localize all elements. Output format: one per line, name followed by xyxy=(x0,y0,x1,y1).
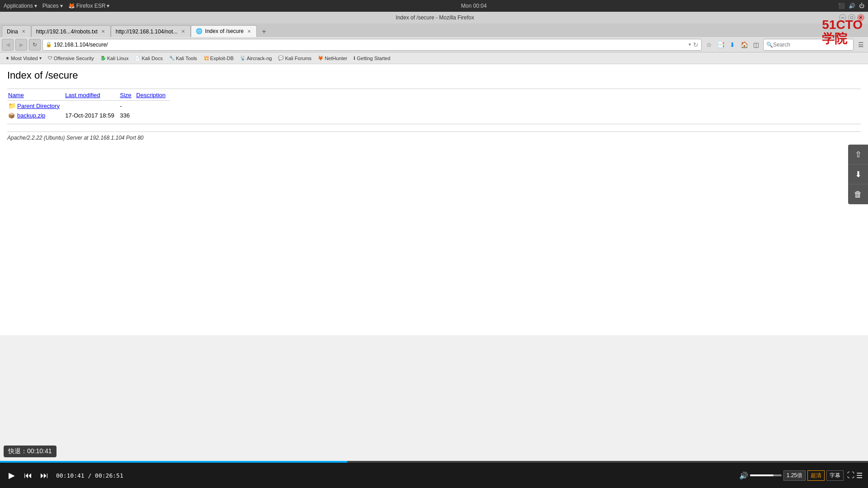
applications-label: Applications xyxy=(4,3,33,9)
bookmark-nethunter-label: NetHunter xyxy=(325,56,347,61)
reload-button[interactable]: ↻ xyxy=(29,39,41,51)
col-size-link[interactable]: Size xyxy=(120,92,131,99)
backup-zip-link[interactable]: backup.zip xyxy=(17,112,45,119)
tab-robots-close[interactable]: ✕ xyxy=(100,29,106,34)
new-tab-button[interactable]: + xyxy=(259,26,269,37)
volume-icon-player[interactable]: 🔊 xyxy=(739,471,748,480)
share-icon: ⇧ xyxy=(855,150,862,160)
forward-button[interactable]: ▶ xyxy=(15,39,27,51)
kali-linux-icon: 🐉 xyxy=(100,56,106,61)
network-icon: ⬛ xyxy=(838,3,845,9)
address-dropdown-icon[interactable]: ▾ xyxy=(689,42,691,47)
address-input[interactable] xyxy=(54,42,687,48)
volume-slider[interactable] xyxy=(750,474,782,476)
server-info: Apache/2.2.22 (Ubuntu) Server at 192.168… xyxy=(7,131,861,141)
bookmark-offensive-label: Offensive Security xyxy=(54,56,94,61)
system-bar-right: ⬛ 🔊 ⏻ xyxy=(838,3,864,9)
tab-not-close[interactable]: ✕ xyxy=(180,29,186,34)
bookmark-most-visited-label: Most Visited xyxy=(11,56,38,61)
parent-dir-desc xyxy=(135,101,170,111)
zip-file-icon: 📦 xyxy=(8,113,15,119)
kali-forums-icon: 💬 xyxy=(278,56,283,61)
firefox-label: Firefox ESR xyxy=(76,3,106,9)
bookmark-star-icon[interactable]: ☆ xyxy=(703,39,714,50)
refresh-icon[interactable]: ↻ xyxy=(693,41,698,48)
nav-bar: ◀ ▶ ↻ 🔒 ▾ ↻ ☆ 📑 ⬇ 🏠 ◫ 🔍 ☰ xyxy=(0,37,868,52)
quality-badge[interactable]: 超清 xyxy=(807,470,825,481)
home-icon[interactable]: 🏠 xyxy=(739,39,750,50)
col-description-link[interactable]: Description xyxy=(136,92,165,99)
bookmark-aircrack-label: Aircrack-ng xyxy=(247,56,272,61)
bookmark-list-icon[interactable]: 📑 xyxy=(715,39,726,50)
tab-not[interactable]: http://192.168.1.104/not... ✕ xyxy=(111,25,191,37)
tab-dina[interactable]: Dina ✕ xyxy=(2,25,31,37)
fast-forward-button[interactable]: ⏭ xyxy=(38,469,51,482)
bookmark-aircrack[interactable]: 📡 Aircrack-ng xyxy=(237,55,275,62)
tab-bar: Dina ✕ http://192.16...4/robots.txt ✕ ht… xyxy=(0,23,868,37)
bookmark-kali-tools[interactable]: 🔧 Kali Tools xyxy=(166,55,200,62)
bookmark-getting-started[interactable]: ℹ Getting Started xyxy=(351,55,393,62)
bookmark-kali-docs[interactable]: 📄 Kali Docs xyxy=(132,55,165,62)
delete-button[interactable]: 🗑 xyxy=(848,184,868,204)
bottom-divider xyxy=(7,124,861,124)
bookmark-offensive-security[interactable]: 🛡 Offensive Security xyxy=(45,55,97,62)
volume-fill xyxy=(750,474,774,476)
firefox-esr-menu[interactable]: 🦊 Firefox ESR ▾ xyxy=(68,3,110,9)
window-title: Index of /secure - Mozilla Firefox xyxy=(31,14,839,21)
col-modified-link[interactable]: Last modified xyxy=(65,92,100,99)
bookmark-nethunter[interactable]: 🦊 NetHunter xyxy=(315,55,350,62)
applications-menu[interactable]: Applications ▾ xyxy=(4,3,37,9)
exploit-db-icon: 💥 xyxy=(203,56,209,61)
progress-fill xyxy=(0,461,347,463)
offensive-security-icon: 🛡 xyxy=(48,56,52,61)
backup-icon-cell: 📦 xyxy=(7,111,16,120)
player-menu-button[interactable]: ☰ xyxy=(856,471,863,480)
tab-secure-close[interactable]: ✕ xyxy=(246,29,252,34)
bookmark-kali-forums-label: Kali Forums xyxy=(285,56,311,61)
power-icon: ⏻ xyxy=(859,3,864,9)
tab-not-label: http://192.168.1.104/not... xyxy=(116,28,178,35)
download-button[interactable]: ⬇ xyxy=(848,164,868,184)
total-time: 00:26:51 xyxy=(95,472,123,479)
rewind-button[interactable]: ⏮ xyxy=(22,469,34,482)
tab-secure-label: Index of /secure xyxy=(205,28,244,34)
title-bar: Index of /secure - Mozilla Firefox ─ □ ✕ xyxy=(0,12,868,23)
progress-bar[interactable] xyxy=(0,461,868,463)
bookmark-exploit-db[interactable]: 💥 Exploit-DB xyxy=(201,55,236,62)
tab-robots-label: http://192.16...4/robots.txt xyxy=(36,28,98,35)
subtitle-badge[interactable]: 字幕 xyxy=(826,470,844,481)
parent-dir-link[interactable]: Parent Directory xyxy=(17,103,60,109)
video-controls: ▶ ⏮ ⏭ 00:10:41 / 00:26:51 🔊 1.25倍 超清 字幕 … xyxy=(0,463,868,488)
nethunter-icon: 🦊 xyxy=(318,56,323,61)
backup-name-cell: backup.zip xyxy=(16,111,64,120)
backup-modified: 17-Oct-2017 18:59 xyxy=(64,111,119,120)
system-bar: Applications ▾ Places ▾ 🦊 Firefox ESR ▾ … xyxy=(0,0,868,12)
sidebar-toggle-icon[interactable]: ◫ xyxy=(750,39,761,50)
bookmark-kali-linux[interactable]: 🐉 Kali Linux xyxy=(98,55,132,62)
volume-icon: 🔊 xyxy=(849,3,855,9)
system-bar-left: Applications ▾ Places ▾ 🦊 Firefox ESR ▾ xyxy=(4,3,109,9)
tab-robots[interactable]: http://192.16...4/robots.txt ✕ xyxy=(31,25,111,37)
bookmark-most-visited[interactable]: ★ Most Visited ▾ xyxy=(3,55,44,62)
parent-dir-cell: Parent Directory xyxy=(16,101,64,111)
bookmark-kali-forums[interactable]: 💬 Kali Forums xyxy=(275,55,314,62)
places-menu[interactable]: Places ▾ xyxy=(42,3,63,9)
getting-started-icon: ℹ xyxy=(354,56,355,61)
back-button[interactable]: ◀ xyxy=(2,39,14,51)
fullscreen-button[interactable]: ⛶ xyxy=(847,471,854,479)
download-icon[interactable]: ⬇ xyxy=(727,39,738,50)
col-name-link[interactable]: Name xyxy=(8,92,24,99)
tab-dina-close[interactable]: ✕ xyxy=(21,29,26,34)
current-time: 00:10:41 xyxy=(56,472,85,479)
address-bar[interactable]: 🔒 ▾ ↻ xyxy=(42,39,702,51)
speed-badge[interactable]: 1.25倍 xyxy=(783,470,806,481)
share-button[interactable]: ⇧ xyxy=(848,145,868,164)
kali-docs-icon: 📄 xyxy=(135,56,140,61)
col-description: Description xyxy=(135,91,170,101)
play-button[interactable]: ▶ xyxy=(5,469,18,482)
col-modified: Last modified xyxy=(64,91,119,101)
tab-secure[interactable]: 🌐 Index of /secure ✕ xyxy=(191,25,257,37)
watermark: 51CTO 学院 xyxy=(822,18,863,46)
search-icon: 🔍 xyxy=(766,42,773,48)
bookmark-getting-started-label: Getting Started xyxy=(357,56,390,61)
